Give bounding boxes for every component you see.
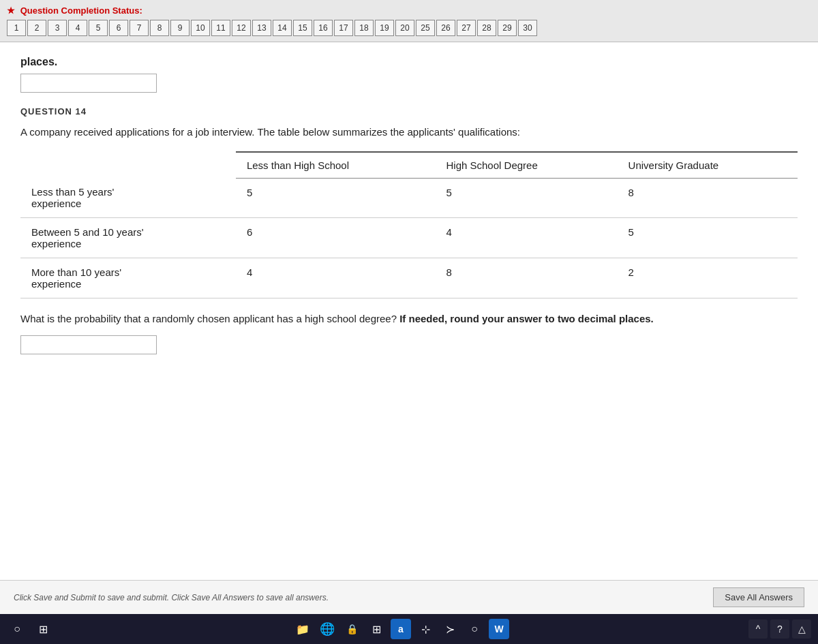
- question-number-1[interactable]: 1: [7, 20, 26, 36]
- question-number-27[interactable]: 27: [457, 20, 476, 36]
- question-number-16[interactable]: 16: [314, 20, 333, 36]
- table-cell-val-2-1: 6: [236, 218, 436, 258]
- taskbar-arrow-icon[interactable]: ≻: [440, 619, 460, 639]
- table-cell-val-2-2: 4: [436, 218, 618, 258]
- question-number-28[interactable]: 28: [477, 20, 496, 36]
- taskbar-help-icon[interactable]: ?: [770, 619, 789, 639]
- question-number-17[interactable]: 17: [334, 20, 353, 36]
- question-number-11[interactable]: 11: [211, 20, 230, 36]
- question-numbers: 1234567891011121314151617181920 25262728…: [7, 20, 811, 36]
- question-number-3[interactable]: 3: [48, 20, 67, 36]
- table-cell-experience-2: Between 5 and 10 years'experience: [20, 218, 236, 258]
- footer-save-text: Click Save and Submit to save and submit…: [14, 593, 329, 602]
- star-icon: ★: [7, 5, 15, 16]
- table-header-row-label: [20, 152, 236, 179]
- table-cell-val-3-1: 4: [236, 258, 436, 298]
- question-number-5[interactable]: 5: [89, 20, 108, 36]
- table-cell-val-1-2: 5: [436, 178, 618, 218]
- question-number-20[interactable]: 20: [395, 20, 414, 36]
- taskbar-center: 📁 🌐 🔒 ⊞ a ⊹ ≻ ○ W: [59, 619, 743, 639]
- table-cell-experience-3: More than 10 years'experience: [20, 258, 236, 298]
- qualification-table: Less than High School High School Degree…: [20, 151, 798, 299]
- places-answer-input[interactable]: [20, 74, 157, 93]
- table-cell-val-1-3: 8: [618, 178, 798, 218]
- places-section: places.: [20, 56, 798, 93]
- status-label: ★ Question Completion Status:: [7, 5, 811, 16]
- places-text: places.: [20, 56, 798, 68]
- question-number-29[interactable]: 29: [498, 20, 517, 36]
- question-14-section: QUESTION 14 A company received applicati…: [20, 106, 798, 354]
- table-cell-experience-1: Less than 5 years'experience: [20, 178, 236, 218]
- taskbar-lock-icon[interactable]: 🔒: [342, 619, 362, 639]
- question-number-7[interactable]: 7: [130, 20, 149, 36]
- taskbar: ○ ⊞ 📁 🌐 🔒 ⊞ a ⊹ ≻ ○ W ^ ? △: [0, 614, 818, 644]
- taskbar-dropbox-icon[interactable]: ⊹: [415, 619, 436, 639]
- question-status-bar: ★ Question Completion Status: 1234567891…: [0, 0, 818, 42]
- question-number-13[interactable]: 13: [252, 20, 271, 36]
- taskbar-search-icon[interactable]: ○: [7, 619, 27, 639]
- taskbar-folder-icon[interactable]: 📁: [292, 619, 313, 639]
- taskbar-browser-icon[interactable]: 🌐: [317, 619, 337, 639]
- save-all-answers-button[interactable]: Save All Answers: [713, 587, 804, 607]
- question-number-9[interactable]: 9: [170, 20, 190, 36]
- question-row-2: 252627282930: [416, 20, 537, 36]
- table-row-3: More than 10 years'experience482: [20, 258, 798, 298]
- question-number-14[interactable]: 14: [273, 20, 292, 36]
- table-header-hs-degree: High School Degree: [436, 152, 618, 179]
- main-container: ★ Question Completion Status: 1234567891…: [0, 0, 818, 644]
- question-number-19[interactable]: 19: [375, 20, 394, 36]
- table-header-university-grad: University Graduate: [618, 152, 798, 179]
- table-cell-val-3-3: 2: [618, 258, 798, 298]
- question-14-label: QUESTION 14: [20, 106, 798, 117]
- taskbar-a-icon[interactable]: a: [391, 619, 411, 639]
- table-row-1: Less than 5 years'experience558: [20, 178, 798, 218]
- table-row-2: Between 5 and 10 years'experience645: [20, 218, 798, 258]
- taskbar-triangle-icon[interactable]: △: [792, 619, 811, 639]
- footer-bar: Click Save and Submit to save and submit…: [0, 580, 818, 614]
- table-cell-val-1-1: 5: [236, 178, 436, 218]
- question-number-26[interactable]: 26: [436, 20, 455, 36]
- taskbar-w-icon[interactable]: W: [489, 619, 509, 639]
- table-cell-val-2-3: 5: [618, 218, 798, 258]
- taskbar-circle-icon[interactable]: ○: [464, 619, 485, 639]
- taskbar-right: ^ ? △: [748, 619, 811, 639]
- question-14-body-text: What is the probability that a randomly …: [20, 313, 397, 324]
- question-number-6[interactable]: 6: [109, 20, 128, 36]
- taskbar-window-icon[interactable]: ⊞: [33, 619, 53, 639]
- question-14-intro: A company received applications for a jo…: [20, 125, 798, 140]
- taskbar-apps-icon[interactable]: ⊞: [366, 619, 387, 639]
- question-number-15[interactable]: 15: [293, 20, 312, 36]
- question-number-30[interactable]: 30: [518, 20, 537, 36]
- question-number-2[interactable]: 2: [27, 20, 46, 36]
- table-header-less-than-hs: Less than High School: [236, 152, 436, 179]
- question-number-4[interactable]: 4: [68, 20, 87, 36]
- question-number-10[interactable]: 10: [191, 20, 210, 36]
- table-cell-val-3-2: 8: [436, 258, 618, 298]
- question-14-body: What is the probability that a randomly …: [20, 311, 798, 327]
- status-text: Question Completion Status:: [20, 5, 142, 16]
- question-14-body-bold: If needed, round your answer to two deci…: [399, 313, 654, 324]
- content-area: places. QUESTION 14 A company received a…: [0, 42, 818, 580]
- taskbar-caret-icon[interactable]: ^: [748, 619, 768, 639]
- question-14-answer-input[interactable]: [20, 335, 157, 354]
- question-row-1: 1234567891011121314151617181920: [7, 20, 414, 36]
- question-number-25[interactable]: 25: [416, 20, 435, 36]
- question-number-8[interactable]: 8: [150, 20, 169, 36]
- question-number-12[interactable]: 12: [232, 20, 251, 36]
- question-number-18[interactable]: 18: [354, 20, 374, 36]
